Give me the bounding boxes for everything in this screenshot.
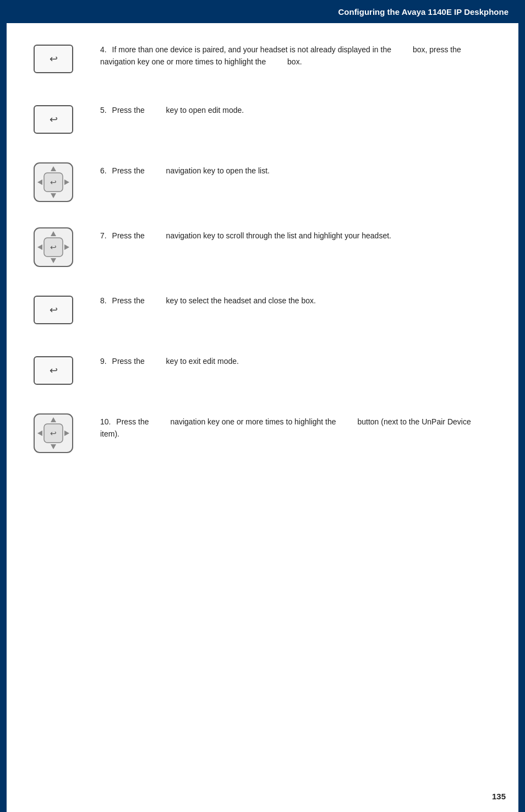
step-5-icon-col: ↩: [23, 100, 84, 139]
left-accent-bar: [0, 0, 7, 812]
enter-key-icon-9: ↩: [34, 356, 73, 385]
enter-key-icon-8: ↩: [34, 296, 73, 324]
step-10-number: 10.: [100, 417, 111, 426]
svg-text:↩: ↩: [50, 243, 57, 252]
enter-key-icon-5: ↩: [34, 105, 73, 134]
step-6-number: 6.: [100, 166, 107, 175]
step-10-icon-col: ↩: [23, 412, 84, 455]
right-accent-bar: [518, 0, 525, 812]
enter-key-icon-4: ↩: [34, 45, 73, 73]
step-10-text: 10. Press the navigation key one or more…: [100, 412, 491, 440]
step-5-text: 5. Press the key to open edit mode.: [100, 100, 491, 117]
step-8-number: 8.: [100, 296, 107, 305]
step-4-number: 4.: [100, 45, 107, 54]
step-row-10: ↩ 10. Press the navigation key one or mo…: [23, 412, 491, 455]
nav-key-icon-10: ↩: [32, 412, 75, 455]
svg-text:↩: ↩: [50, 178, 57, 187]
step-5-number: 5.: [100, 106, 107, 115]
step-9-icon-col: ↩: [23, 351, 84, 390]
step-row-7: ↩ 7. Press the navigation key to scroll …: [23, 226, 491, 269]
step-row-6: ↩ 6. Press the navigation key to open: [23, 161, 491, 204]
step-9-text: 9. Press the key to exit edit mode.: [100, 351, 491, 368]
step-row-9: ↩ 9. Press the key to exit edit mode.: [23, 351, 491, 390]
step-4-icon-col: ↩: [23, 40, 84, 78]
step-row-8: ↩ 8. Press the key to select the headset…: [23, 291, 491, 329]
step-row-4: ↩ 4. If more than one device is paired, …: [23, 40, 491, 78]
step-7-text: 7. Press the navigation key to scroll th…: [100, 226, 491, 242]
step-7-icon-col: ↩: [23, 226, 84, 269]
header-title: Configuring the Avaya 1140E IP Deskphone: [338, 7, 508, 17]
step-6-text: 6. Press the navigation key to open the …: [100, 161, 491, 177]
step-row-5: ↩ 5. Press the key to open edit mode.: [23, 100, 491, 139]
page-container: Configuring the Avaya 1140E IP Deskphone…: [0, 0, 525, 812]
step-9-number: 9.: [100, 357, 107, 366]
header-bar: Configuring the Avaya 1140E IP Deskphone: [0, 0, 525, 23]
step-8-text: 8. Press the key to select the headset a…: [100, 291, 491, 307]
step-7-number: 7.: [100, 231, 107, 240]
step-8-icon-col: ↩: [23, 291, 84, 329]
svg-text:↩: ↩: [50, 429, 57, 438]
nav-key-icon-7: ↩: [32, 226, 75, 269]
page-number: 135: [492, 792, 506, 801]
step-4-text: 4. If more than one device is paired, an…: [100, 40, 491, 68]
nav-key-icon-6: ↩: [32, 161, 75, 204]
step-6-icon-col: ↩: [23, 161, 84, 204]
content-area: ↩ 4. If more than one device is paired, …: [7, 23, 518, 521]
